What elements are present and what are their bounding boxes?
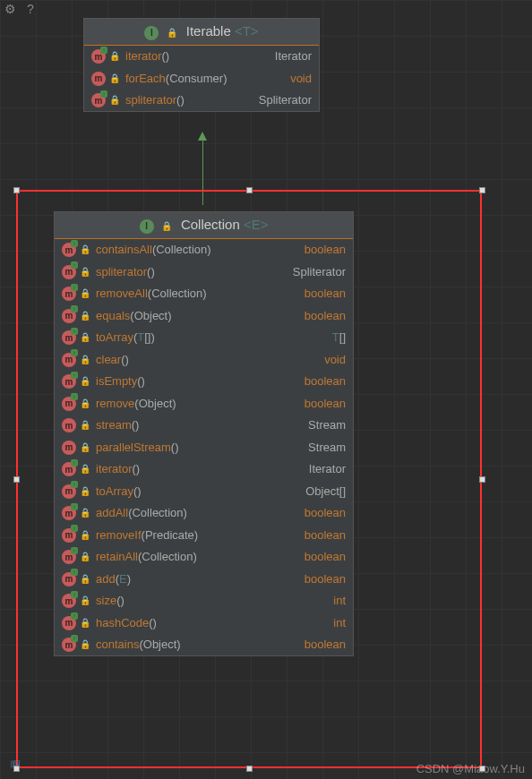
method-row[interactable]: m↑🔒retainAll(Collection)boolean xyxy=(55,546,353,569)
method-row[interactable]: m↑🔒clear()void xyxy=(55,348,353,371)
class-collection[interactable]: I 🔒 Collection <E> m↑🔒containsAll(Collec… xyxy=(54,211,354,656)
method-row[interactable]: m↑🔒spliterator()Spliterator xyxy=(84,90,319,112)
method-row[interactable]: m↑🔒remove(Object)boolean xyxy=(55,392,353,415)
return-type: void xyxy=(290,72,312,85)
toolbar: ⚙ ? xyxy=(4,2,41,16)
class-title: Collection xyxy=(181,217,240,232)
method-name: iterator xyxy=(125,49,161,63)
lock-icon: 🔒 xyxy=(80,530,90,540)
return-type: boolean xyxy=(305,309,346,322)
watermark: CSDN @Miaow.Y.Hu xyxy=(416,762,525,775)
class-header: I 🔒 Iterable <T> xyxy=(84,19,319,46)
method-name: contains xyxy=(96,638,139,651)
method-row[interactable]: m↑🔒removeIf(Predicate)boolean xyxy=(55,524,353,546)
class-title: Iterable xyxy=(186,23,231,39)
method-name: isEmpty xyxy=(96,374,137,388)
selection-handle[interactable] xyxy=(13,187,20,193)
method-row[interactable]: m↑🔒contains(Object)boolean xyxy=(55,634,353,656)
selection-handle[interactable] xyxy=(13,766,20,772)
lock-icon: 🔒 xyxy=(80,420,90,430)
method-icon: m xyxy=(62,418,76,432)
method-row[interactable]: m↑🔒spliterator()Spliterator xyxy=(55,261,353,283)
selection-handle[interactable] xyxy=(479,476,485,483)
method-row[interactable]: m↑🔒isEmpty()boolean xyxy=(55,371,353,393)
lock-icon: 🔒 xyxy=(80,574,90,584)
lock-icon: 🔒 xyxy=(109,51,120,61)
class-generic: <E> xyxy=(244,217,269,232)
return-type: boolean xyxy=(305,528,346,542)
method-name: removeIf xyxy=(96,528,142,542)
return-type: Iterator xyxy=(309,462,346,475)
lock-icon: 🔒 xyxy=(80,244,90,254)
lock-icon: 🔒 xyxy=(80,398,90,408)
interface-icon: I xyxy=(140,219,154,234)
return-type: boolean xyxy=(305,638,346,651)
return-type: Iterator xyxy=(275,49,312,63)
method-name: stream xyxy=(96,418,132,432)
selection-handle[interactable] xyxy=(246,766,253,772)
method-row[interactable]: m🔒parallelStream()Stream xyxy=(55,436,353,458)
method-name: iterator xyxy=(96,462,132,475)
method-row[interactable]: m↑🔒equals(Object)boolean xyxy=(55,304,353,327)
lock-icon: 🔒 xyxy=(80,618,90,628)
return-type: int xyxy=(333,594,346,607)
return-type: boolean xyxy=(305,243,346,256)
method-row[interactable]: m🔒stream()Stream xyxy=(55,415,353,437)
method-row[interactable]: m↑🔒hashCode()int xyxy=(55,612,353,634)
method-row[interactable]: m↑🔒iterator()Iterator xyxy=(84,46,319,68)
return-type: boolean xyxy=(305,550,346,563)
method-row[interactable]: m↑🔒toArray(T[])T[] xyxy=(55,327,353,349)
lock-icon: 🔒 xyxy=(80,639,90,649)
method-name: containsAll xyxy=(96,243,152,256)
method-name: spliterator xyxy=(125,93,176,107)
return-type: boolean xyxy=(305,506,346,519)
method-name: spliterator xyxy=(96,265,147,278)
return-type: boolean xyxy=(305,287,346,300)
method-row[interactable]: m↑🔒add(E)boolean xyxy=(55,568,353,590)
return-type: Spliterator xyxy=(259,93,312,107)
return-type: void xyxy=(324,353,346,366)
method-name: hashCode xyxy=(96,616,149,629)
lock-icon: 🔒 xyxy=(80,464,90,474)
lock-icon: 🔒 xyxy=(80,442,90,452)
selection-handle[interactable] xyxy=(479,187,485,193)
lock-icon: 🔒 xyxy=(109,95,120,105)
selection-handle[interactable] xyxy=(479,766,485,772)
method-row[interactable]: m↑🔒toArray()Object[] xyxy=(55,480,353,502)
method-row[interactable]: m🔒forEach(Consumer)void xyxy=(84,67,319,90)
class-generic: <T> xyxy=(235,23,259,39)
lock-icon: 🔒 xyxy=(80,267,90,277)
method-name: remove xyxy=(96,397,134,410)
lock-icon: 🔒 xyxy=(80,552,90,561)
help-icon[interactable]: ? xyxy=(27,2,34,16)
lock-icon: 🔒 xyxy=(109,73,120,83)
lock-icon: 🔒 xyxy=(80,376,90,386)
method-list: m↑🔒containsAll(Collection)booleanm↑🔒spli… xyxy=(55,239,353,656)
lock-icon: 🔒 xyxy=(80,508,90,518)
lock-icon: 🔒 xyxy=(167,28,177,38)
method-name: toArray xyxy=(96,330,133,344)
lock-icon: 🔒 xyxy=(80,311,90,321)
method-name: equals xyxy=(96,309,130,322)
method-row[interactable]: m↑🔒addAll(Collection)boolean xyxy=(55,502,353,525)
lock-icon: 🔒 xyxy=(80,355,90,364)
method-name: toArray xyxy=(96,484,133,498)
method-row[interactable]: m↑🔒containsAll(Collection)boolean xyxy=(55,239,353,261)
lock-icon: 🔒 xyxy=(80,595,90,605)
method-name: removeAll xyxy=(96,287,148,300)
method-row[interactable]: m↑🔒removeAll(Collection)boolean xyxy=(55,283,353,305)
lock-icon: 🔒 xyxy=(161,221,172,231)
return-type: boolean xyxy=(305,572,346,586)
method-list: m↑🔒iterator()Iteratorm🔒forEach(Consumer)… xyxy=(84,46,319,112)
selection-handle[interactable] xyxy=(246,187,253,193)
return-type: Object[] xyxy=(305,484,346,498)
class-iterable[interactable]: I 🔒 Iterable <T> m↑🔒iterator()Iteratorm🔒… xyxy=(83,18,320,112)
gear-icon[interactable]: ⚙ xyxy=(4,2,16,16)
method-row[interactable]: m↑🔒size()int xyxy=(55,590,353,612)
method-name: forEach xyxy=(125,72,166,85)
method-row[interactable]: m↑🔒iterator()Iterator xyxy=(55,458,353,481)
arrow-head-icon xyxy=(198,132,207,141)
return-type: boolean xyxy=(305,374,346,388)
selection-handle[interactable] xyxy=(13,476,20,483)
lock-icon: 🔒 xyxy=(80,288,90,298)
